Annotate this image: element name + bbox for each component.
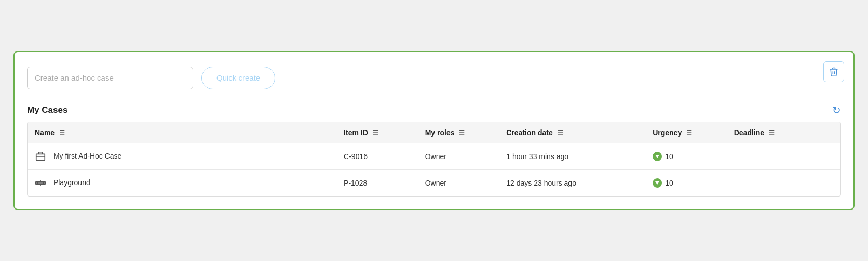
roles-filter-icon[interactable]: ☰	[459, 129, 465, 137]
trash-icon	[829, 67, 839, 77]
urgency-cell: 10	[653, 152, 720, 161]
urgency-indicator	[653, 152, 662, 161]
cell-name: My first Ad-Hoc Case	[28, 143, 336, 170]
col-header-item-id[interactable]: Item ID ☰	[336, 122, 418, 143]
urgency-value: 10	[665, 152, 673, 161]
cell-my-roles: Owner	[418, 170, 499, 197]
table-header-row: Name ☰ Item ID ☰ My roles ☰ Creation dat…	[28, 122, 840, 143]
case-name-text: Playground	[53, 178, 90, 187]
urgency-indicator	[653, 178, 662, 188]
urgency-filter-icon[interactable]: ☰	[686, 129, 692, 137]
col-header-deadline[interactable]: Deadline ☰	[727, 122, 840, 143]
col-header-my-roles[interactable]: My roles ☰	[418, 122, 499, 143]
item-id-filter-icon[interactable]: ☰	[373, 129, 378, 137]
cell-urgency: 10	[645, 170, 727, 197]
section-header: My Cases ↻	[27, 104, 841, 116]
top-bar: Quick create	[27, 67, 841, 89]
table-row[interactable]: Playground P-1028 Owner 12 days 23 hours…	[28, 170, 840, 197]
cell-creation-date: 1 hour 33 mins ago	[499, 143, 645, 170]
urgency-cell: 10	[653, 178, 720, 188]
case-name-text: My first Ad-Hoc Case	[53, 152, 121, 160]
create-case-input[interactable]	[27, 67, 193, 89]
refresh-icon[interactable]: ↻	[832, 104, 841, 116]
col-header-name[interactable]: Name ☰	[28, 122, 336, 143]
cell-name: Playground	[28, 170, 336, 197]
quick-create-button[interactable]: Quick create	[201, 67, 275, 89]
svg-rect-0	[36, 154, 45, 161]
main-panel: Quick create My Cases ↻ Name ☰	[13, 51, 855, 210]
playground-icon	[35, 177, 46, 189]
case-icon	[35, 151, 46, 162]
col-header-urgency[interactable]: Urgency ☰	[645, 122, 727, 143]
case-icon	[35, 151, 46, 162]
cell-urgency: 10	[645, 143, 727, 170]
cell-item-id: C-9016	[336, 143, 418, 170]
deadline-filter-icon[interactable]: ☰	[769, 129, 775, 137]
cell-item-id: P-1028	[336, 170, 418, 197]
date-filter-icon[interactable]: ☰	[558, 129, 563, 137]
cases-table: Name ☰ Item ID ☰ My roles ☰ Creation dat…	[27, 122, 841, 197]
cell-deadline	[727, 170, 840, 197]
name-filter-icon[interactable]: ☰	[59, 129, 65, 137]
cell-my-roles: Owner	[418, 143, 499, 170]
col-header-creation-date[interactable]: Creation date ☰	[499, 122, 645, 143]
delete-button[interactable]	[823, 61, 844, 82]
section-title: My Cases	[27, 105, 67, 115]
table-row[interactable]: My first Ad-Hoc Case C-9016 Owner 1 hour…	[28, 143, 840, 170]
playground-icon	[35, 177, 46, 189]
urgency-value: 10	[665, 179, 673, 187]
cell-deadline	[727, 143, 840, 170]
cell-creation-date: 12 days 23 hours ago	[499, 170, 645, 197]
